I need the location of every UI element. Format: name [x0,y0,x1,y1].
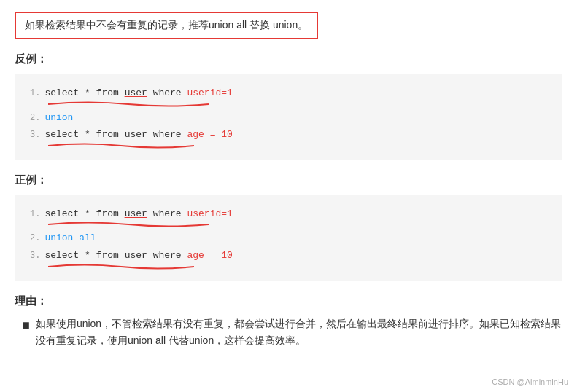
reason-section: 理由： ■ 如果使用union，不管检索结果有没有重复，都会尝试进行合并，然后在… [15,294,562,350]
good-example-label: 正例： [15,173,562,187]
code-line-2: 2.union [30,109,547,127]
highlight-box: 如果检索结果中不会有重复的记录，推荐union all 替换 union。 [15,12,318,39]
bad-example-label: 反例： [15,52,562,66]
good-example-code-block: 1.select * from user where userid=1 2.un… [15,195,562,281]
reason-list: ■ 如果使用union，不管检索结果有没有重复，都会尝试进行合并，然后在输出最终… [15,315,562,350]
bullet-icon: ■ [22,316,30,334]
good-code-line-3: 3.select * from user where age = 10 [30,247,547,264]
code-line-3: 3.select * from user where age = 10 [30,126,547,144]
bad-example-code-block: 1.select * from user where userid=1 2.un… [15,74,562,160]
reason-label: 理由： [15,294,562,308]
reason-text: 如果使用union，不管检索结果有没有重复，都会尝试进行合并，然后在输出最终结果… [36,315,562,350]
good-code-line-1: 1.select * from user where userid=1 [30,205,547,223]
good-example-section: 正例： 1.select * from user where userid=1 … [15,173,562,281]
bad-example-section: 反例： 1.select * from user where userid=1 … [15,52,562,160]
highlight-text: 如果检索结果中不会有重复的记录，推荐union all 替换 union。 [25,19,308,31]
good-code-line-2: 2.union all [30,230,547,247]
reason-list-item: ■ 如果使用union，不管检索结果有没有重复，都会尝试进行合并，然后在输出最终… [22,315,562,350]
code-line-1: 1.select * from user where userid=1 [30,85,547,102]
watermark: CSDN @AlminminHu [492,377,568,386]
